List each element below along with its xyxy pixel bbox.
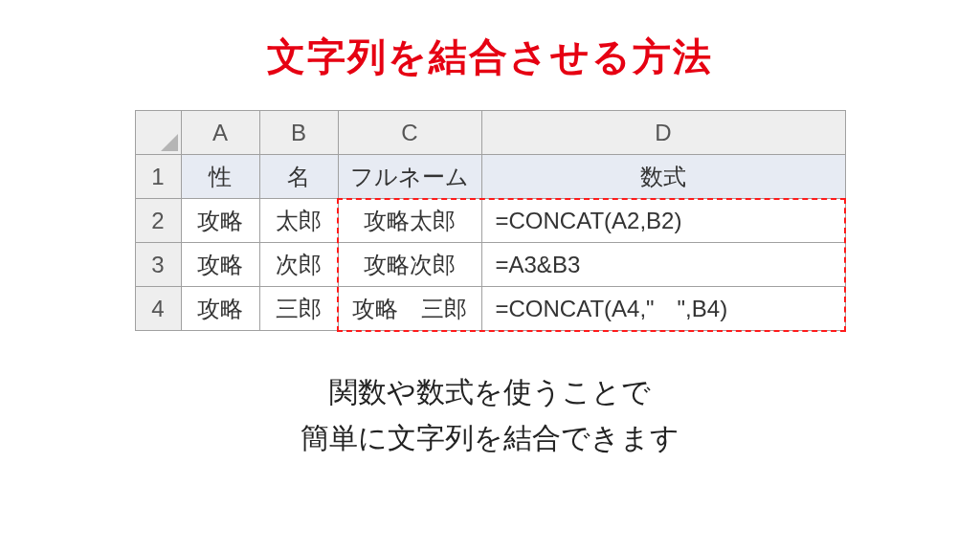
- cell-B1[interactable]: 名: [259, 155, 338, 199]
- spreadsheet-table: A B C D 1 性 名 フルネーム 数式 2 攻略 太郎 攻略太郎 =CON…: [135, 110, 846, 331]
- cell-C4[interactable]: 攻略 三郎: [338, 287, 481, 331]
- page-title: 文字列を結合させる方法: [267, 31, 713, 83]
- cell-A1[interactable]: 性: [181, 155, 259, 199]
- cell-C2[interactable]: 攻略太郎: [338, 199, 481, 243]
- spreadsheet-wrapper: A B C D 1 性 名 フルネーム 数式 2 攻略 太郎 攻略太郎 =CON…: [135, 110, 846, 331]
- row-header-2[interactable]: 2: [135, 199, 181, 243]
- row-header-3[interactable]: 3: [135, 243, 181, 287]
- select-all-corner[interactable]: [135, 111, 181, 155]
- cell-A4[interactable]: 攻略: [181, 287, 259, 331]
- cell-C3[interactable]: 攻略次郎: [338, 243, 481, 287]
- cell-D2[interactable]: =CONCAT(A2,B2): [481, 199, 845, 243]
- column-header-B[interactable]: B: [259, 111, 338, 155]
- select-all-triangle-icon: [161, 134, 178, 151]
- column-header-D[interactable]: D: [481, 111, 845, 155]
- caption-line-2: 簡単に文字列を結合できます: [301, 422, 679, 453]
- cell-B4[interactable]: 三郎: [259, 287, 338, 331]
- svg-marker-0: [161, 134, 178, 151]
- caption-line-1: 関数や数式を使うことで: [329, 376, 651, 408]
- cell-C1[interactable]: フルネーム: [338, 155, 481, 199]
- cell-B3[interactable]: 次郎: [259, 243, 338, 287]
- cell-B2[interactable]: 太郎: [259, 199, 338, 243]
- row-header-1[interactable]: 1: [135, 155, 181, 199]
- cell-A2[interactable]: 攻略: [181, 199, 259, 243]
- cell-D4[interactable]: =CONCAT(A4," ",B4): [481, 287, 845, 331]
- column-header-C[interactable]: C: [338, 111, 481, 155]
- column-header-A[interactable]: A: [181, 111, 259, 155]
- caption-text: 関数や数式を使うことで 簡単に文字列を結合できます: [301, 369, 679, 461]
- cell-D3[interactable]: =A3&B3: [481, 243, 845, 287]
- cell-A3[interactable]: 攻略: [181, 243, 259, 287]
- row-header-4[interactable]: 4: [135, 287, 181, 331]
- cell-D1[interactable]: 数式: [481, 155, 845, 199]
